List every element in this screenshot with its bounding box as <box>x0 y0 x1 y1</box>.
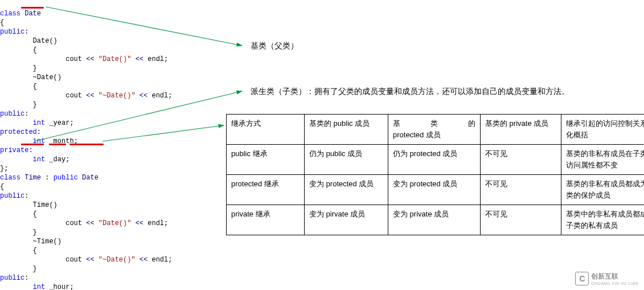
redline-public <box>69 144 104 145</box>
redline-date <box>21 7 44 9</box>
clsname-date: Date <box>24 10 41 18</box>
watermark-logo-icon: C <box>575 272 589 285</box>
th-protected: 基 类 的protected 成员 <box>388 115 481 145</box>
table-row: public 继承 仍为 public 成员 仍为 protected 成员 不… <box>227 145 645 175</box>
th-private: 基类的 private 成员 <box>481 115 561 145</box>
th-mode: 继承方式 <box>227 115 305 145</box>
label-derived-class: 派生类（子类）：拥有了父类的成员变量和成员方法，还可以添加自己的成员变量和方法。 <box>251 87 569 97</box>
redline-time <box>21 144 44 145</box>
watermark-sub: CHUANG XIN HU LIAN <box>591 281 638 285</box>
table-row: 继承方式 基类的 public 成员 基 类 的protected 成员 基类的… <box>227 115 645 145</box>
th-summary: 继承引起的访问控制关系变化概括 <box>561 115 645 145</box>
watermark: C 创新互联 CHUANG XIN HU LIAN <box>575 272 638 285</box>
redline-colon <box>49 144 66 145</box>
th-public: 基类的 public 成员 <box>305 115 388 145</box>
label-base-class: 基类（父类） <box>251 41 298 51</box>
table-row: protected 继承 变为 protected 成员 变为 protecte… <box>227 175 645 205</box>
table-row: private 继承 变为 pirvate 成员 变为 private 成员 不… <box>227 205 645 235</box>
watermark-brand: 创新互联 <box>591 272 638 281</box>
inheritance-table: 继承方式 基类的 public 成员 基 类 的protected 成员 基类的… <box>226 114 644 235</box>
clsname-time: Time <box>24 174 41 182</box>
kw-class: class <box>0 10 20 18</box>
